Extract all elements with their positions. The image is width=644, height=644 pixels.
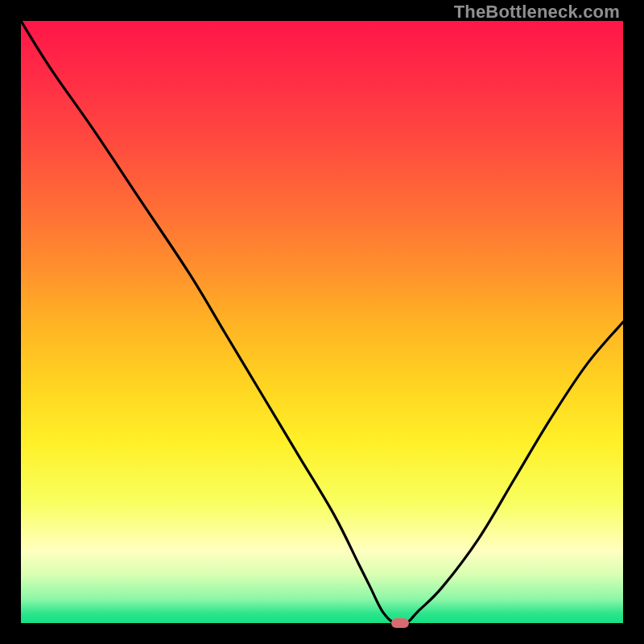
watermark-text: TheBottleneck.com — [454, 2, 620, 23]
chart-frame — [21, 21, 623, 623]
gradient-background — [21, 21, 623, 623]
chart-plot — [21, 21, 623, 623]
optimum-marker — [391, 618, 409, 628]
